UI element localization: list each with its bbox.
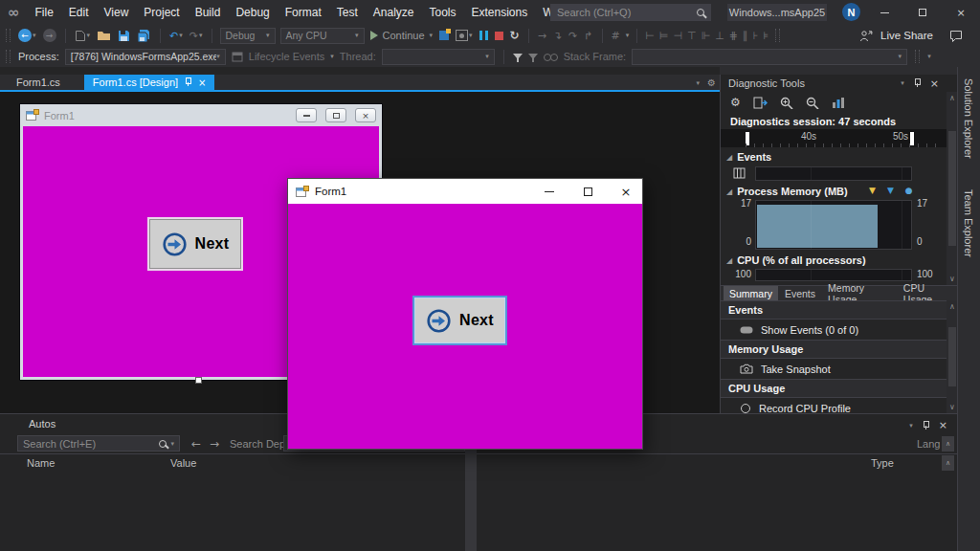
tab-summary[interactable]: Summary bbox=[724, 286, 778, 300]
align-lefts-button[interactable]: ⊢ bbox=[645, 30, 655, 42]
tab-form1-cs[interactable]: Form1.cs bbox=[8, 75, 69, 90]
menu-extensions[interactable]: Extensions bbox=[464, 0, 536, 25]
menu-build[interactable]: Build bbox=[188, 0, 229, 25]
menu-test[interactable]: Test bbox=[329, 0, 366, 25]
timeline-ruler[interactable]: 40s 50s bbox=[721, 129, 947, 147]
show-next-statement-button[interactable]: → bbox=[537, 26, 547, 45]
tab-cpu-usage[interactable]: CPU Usage bbox=[898, 286, 957, 300]
zoom-in-icon[interactable] bbox=[780, 97, 793, 109]
align-centers-button[interactable]: ⊨ bbox=[659, 30, 669, 42]
menu-analyze[interactable]: Analyze bbox=[366, 0, 422, 25]
navigate-forward-button[interactable]: → bbox=[42, 26, 57, 45]
solution-platform-dropdown[interactable]: Any CPU▾ bbox=[280, 28, 365, 44]
toolbar-grip[interactable] bbox=[915, 50, 920, 63]
show-output-button[interactable]: ▾ bbox=[455, 26, 474, 45]
designer-maximize-button[interactable] bbox=[325, 108, 346, 122]
collapse-icon[interactable]: ◢ bbox=[726, 187, 732, 196]
designer-resize-handle[interactable] bbox=[195, 377, 202, 384]
column-value[interactable]: Value bbox=[170, 457, 196, 469]
summary-scrollbar[interactable]: ∧ ∨ bbox=[947, 300, 957, 413]
window-position-dropdown[interactable]: ▾ bbox=[901, 79, 904, 87]
dropdown-caret-icon[interactable]: ▾ bbox=[626, 32, 630, 39]
step-out-button[interactable]: ↱ bbox=[583, 26, 593, 45]
memory-graph[interactable] bbox=[755, 200, 912, 250]
collapse-icon[interactable]: ◢ bbox=[726, 153, 732, 162]
toolbar-overflow-button[interactable]: ▾ bbox=[927, 53, 931, 60]
search-next-button[interactable]: → bbox=[210, 437, 219, 451]
memory-section-header[interactable]: ◢ Process Memory (MB) ▼ ▼ ● bbox=[721, 184, 947, 199]
same-height-button[interactable]: ∥ bbox=[743, 30, 748, 42]
restart-button[interactable]: ↻ bbox=[509, 26, 521, 45]
align-bottoms-button[interactable]: ⊥ bbox=[715, 30, 724, 42]
breakpoints-window-button[interactable] bbox=[438, 26, 450, 45]
save-button[interactable] bbox=[117, 26, 131, 45]
running-app-window[interactable]: Form1 × Next bbox=[287, 178, 643, 450]
flag-threads-filter-icon[interactable] bbox=[528, 54, 538, 59]
toolbar-grip[interactable] bbox=[775, 29, 780, 42]
export-icon[interactable] bbox=[753, 97, 768, 109]
save-all-button[interactable] bbox=[136, 26, 152, 45]
menu-project[interactable]: Project bbox=[136, 0, 187, 25]
horizontal-spacing-button[interactable]: ⊧ bbox=[763, 30, 768, 42]
user-avatar[interactable]: N bbox=[842, 3, 860, 21]
app-minimize-button[interactable] bbox=[533, 179, 566, 204]
designer-close-button[interactable]: × bbox=[355, 108, 376, 122]
app-next-button[interactable]: Next bbox=[412, 296, 507, 345]
record-cpu-profile-link[interactable]: Record CPU Profile bbox=[721, 398, 947, 413]
search-options-caret[interactable]: ▾ bbox=[170, 440, 174, 448]
autos-search-input[interactable]: Search (Ctrl+E) ▾ bbox=[17, 435, 180, 452]
hex-display-button[interactable]: # bbox=[611, 26, 621, 45]
toolbar-grip[interactable] bbox=[6, 50, 11, 63]
align-tops-button[interactable]: ⊤ bbox=[687, 30, 697, 42]
reset-view-chart-icon[interactable] bbox=[832, 97, 845, 109]
window-position-dropdown[interactable]: ▾ bbox=[909, 422, 913, 430]
column-name[interactable]: Name bbox=[27, 457, 55, 469]
stack-frame-dropdown[interactable]: ▾ bbox=[632, 49, 907, 65]
app-titlebar[interactable]: Form1 × bbox=[288, 179, 642, 204]
take-snapshot-link[interactable]: Take Snapshot bbox=[721, 359, 947, 379]
pin-panel-icon[interactable] bbox=[922, 421, 930, 430]
minimize-button[interactable] bbox=[865, 0, 903, 25]
thread-dropdown[interactable]: ▾ bbox=[382, 49, 495, 65]
sidebar-tab-solution-explorer[interactable]: Solution Explorer bbox=[963, 78, 974, 159]
events-track[interactable] bbox=[755, 166, 912, 181]
pin-tab-icon[interactable] bbox=[184, 77, 192, 87]
events-section-header[interactable]: ◢ Events bbox=[721, 149, 947, 165]
close-panel-icon[interactable]: × bbox=[930, 77, 939, 90]
menu-edit[interactable]: Edit bbox=[61, 0, 97, 25]
collapse-icon[interactable]: ◢ bbox=[726, 256, 732, 265]
menu-tools[interactable]: Tools bbox=[421, 0, 463, 25]
grid-scroll-up[interactable]: ∧ bbox=[942, 455, 954, 471]
autos-vertical-scrollbar[interactable]: ∧ bbox=[465, 436, 477, 551]
active-files-dropdown[interactable]: ▾ bbox=[697, 79, 701, 87]
process-dropdown[interactable]: [7876] WindowsFormsApp25.exe ▾ bbox=[65, 49, 226, 65]
dropdown-caret-icon[interactable]: ▾ bbox=[330, 53, 334, 60]
filter-threads-icon[interactable] bbox=[513, 54, 523, 59]
cpu-section-header[interactable]: ◢ CPU (% of all processors) bbox=[721, 253, 947, 268]
stop-debugging-button[interactable] bbox=[494, 26, 504, 45]
sidebar-tab-team-explorer[interactable]: Team Explorer bbox=[963, 189, 974, 257]
restore-button[interactable] bbox=[903, 0, 942, 25]
feedback-icon[interactable] bbox=[949, 30, 963, 42]
toolbar-grip[interactable] bbox=[6, 29, 11, 42]
designer-minimize-button[interactable] bbox=[296, 108, 317, 122]
zoom-out-icon[interactable] bbox=[806, 97, 819, 109]
cpu-graph[interactable] bbox=[755, 269, 912, 281]
open-file-button[interactable] bbox=[96, 26, 112, 45]
app-close-button[interactable]: × bbox=[610, 179, 642, 204]
redo-button[interactable]: ↷▾ bbox=[189, 26, 204, 45]
solution-configuration-dropdown[interactable]: Debug▾ bbox=[220, 28, 276, 44]
close-button[interactable]: × bbox=[942, 0, 980, 25]
designer-next-button[interactable]: Next bbox=[149, 219, 241, 269]
search-prev-button[interactable]: ← bbox=[191, 437, 201, 451]
settings-gear-icon[interactable]: ⚙ bbox=[730, 96, 741, 109]
column-type[interactable]: Type bbox=[871, 457, 894, 469]
menu-view[interactable]: View bbox=[97, 0, 137, 25]
mini-scroll-up[interactable]: ∧ bbox=[942, 436, 954, 452]
step-into-button[interactable]: ↴ bbox=[552, 26, 563, 45]
pin-panel-icon[interactable] bbox=[913, 78, 922, 88]
navigate-back-button[interactable]: ←▾ bbox=[17, 26, 37, 45]
close-panel-icon[interactable]: × bbox=[939, 419, 947, 431]
close-tab-icon[interactable]: × bbox=[198, 77, 206, 88]
graphs-scrollbar[interactable]: ∧ ∨ bbox=[947, 92, 957, 285]
